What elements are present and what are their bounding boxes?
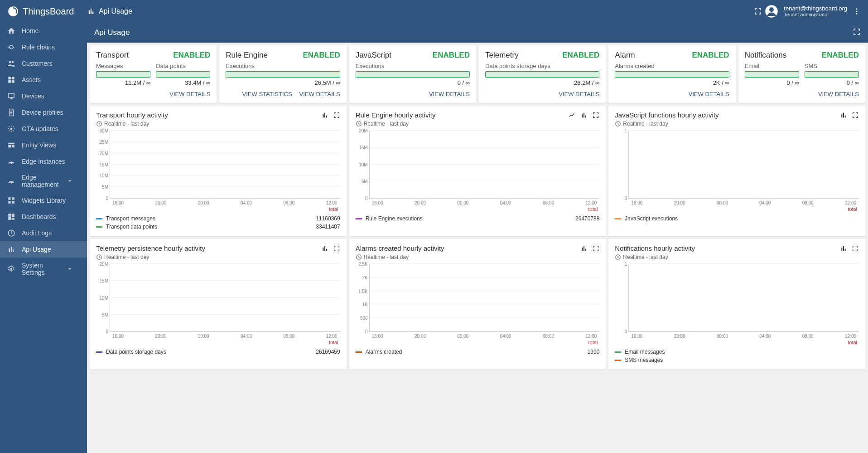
x-tick: 16:00 xyxy=(631,200,642,205)
fullscreen-icon[interactable] xyxy=(333,112,340,119)
chart-title: Telemetry persistence hourly activity xyxy=(96,244,321,252)
app-name: ThingsBoard xyxy=(23,6,74,17)
page-fullscreen-button[interactable] xyxy=(853,28,861,38)
legend-total: 1990 xyxy=(588,349,600,355)
svg-point-3 xyxy=(856,11,858,12)
total-label: total xyxy=(96,206,338,212)
view-details-link[interactable]: VIEW DETAILS xyxy=(299,91,340,97)
chart-subtitle[interactable]: Realtime - last day xyxy=(615,254,859,260)
sidebar-item-system-settings[interactable]: System Settings xyxy=(0,258,87,280)
view-details-link[interactable]: VIEW DETAILS xyxy=(169,91,210,97)
x-tick: 12:00 xyxy=(326,200,338,205)
bar-chart-icon[interactable] xyxy=(840,245,847,252)
metric-value: 11.2M / ∞ xyxy=(96,79,150,86)
metric: Data points storage days26.2M / ∞ xyxy=(485,63,599,86)
chart-card-5: Notifications hourly activityRealtime - … xyxy=(608,239,865,370)
edge-icon xyxy=(7,157,15,166)
total-label: total xyxy=(356,340,598,345)
view-details-link[interactable]: VIEW DETAILS xyxy=(818,91,859,97)
bar-chart-icon[interactable] xyxy=(580,245,588,252)
sidebar-item-widgets-library[interactable]: Widgets Library xyxy=(0,192,87,209)
metric: Email0 / ∞ xyxy=(745,63,799,86)
view-details-link[interactable]: VIEW DETAILS xyxy=(559,91,599,97)
views-icon xyxy=(7,141,15,149)
x-axis: 16:0020:0000:0004:0008:0012:00 xyxy=(369,334,600,339)
sidebar-item-device-profiles[interactable]: Device profiles xyxy=(0,104,87,121)
legend-item: Transport data points33411407 xyxy=(96,223,340,231)
chart-toolbar xyxy=(840,245,859,252)
view-details-link[interactable]: VIEW DETAILS xyxy=(689,91,729,97)
sidebar-item-ota-updates[interactable]: OTA updates xyxy=(0,121,87,137)
metric-value: 0 / ∞ xyxy=(805,79,859,86)
fullscreen-icon[interactable] xyxy=(592,245,599,252)
legend-item: Alarms created1990 xyxy=(356,348,600,356)
sidebar-item-devices[interactable]: Devices xyxy=(0,88,87,104)
more-vert-icon[interactable] xyxy=(853,7,861,15)
fullscreen-icon[interactable] xyxy=(592,112,599,119)
view-details-link[interactable]: VIEW DETAILS xyxy=(429,91,470,97)
sidebar-item-edge-instances[interactable]: Edge instances xyxy=(0,153,87,170)
sidebar-item-rule-chains[interactable]: Rule chains xyxy=(0,39,87,55)
usage-bar xyxy=(805,71,859,78)
metric-label: Alarms created xyxy=(615,63,729,69)
legend-swatch xyxy=(615,360,621,361)
bar-chart-icon[interactable] xyxy=(840,112,847,119)
status-badge: ENABLED xyxy=(173,51,210,60)
sidebar-item-audit-logs[interactable]: Audit Logs xyxy=(0,225,87,241)
fullscreen-button[interactable] xyxy=(751,5,765,18)
app-logo[interactable]: ThingsBoard xyxy=(7,5,87,17)
sidebar-item-edge-management[interactable]: Edge management xyxy=(0,170,87,192)
legend-item: Transport messages11160369 xyxy=(96,214,340,223)
chart-subtitle[interactable]: Realtime - last day xyxy=(615,121,859,127)
fullscreen-icon[interactable] xyxy=(852,245,859,252)
chart-subtitle[interactable]: Realtime - last day xyxy=(96,254,340,260)
usage-bar xyxy=(156,71,210,78)
sidebar-item-assets[interactable]: Assets xyxy=(0,72,87,88)
sidebar-item-label: Audit Logs xyxy=(22,229,52,237)
home-icon xyxy=(7,27,15,35)
bar-chart-icon[interactable] xyxy=(580,112,588,119)
bar-chart-icon[interactable] xyxy=(321,112,328,119)
view-statistics-link[interactable]: VIEW STATISTICS xyxy=(242,91,292,97)
legend-total: 11160369 xyxy=(316,215,340,222)
chart-subtitle[interactable]: Realtime - last day xyxy=(356,254,600,260)
x-tick: 04:00 xyxy=(500,334,511,339)
chart-subtitle[interactable]: Realtime - last day xyxy=(96,121,340,127)
x-tick: 08:00 xyxy=(802,200,814,205)
devices-icon xyxy=(7,92,15,100)
fullscreen-icon xyxy=(853,28,861,36)
fullscreen-icon[interactable] xyxy=(852,112,859,119)
legend-item: Rule Engine executions26470788 xyxy=(356,214,600,223)
svg-point-4 xyxy=(856,13,858,15)
sidebar: HomeRule chainsCustomersAssetsDevicesDev… xyxy=(0,23,87,453)
legend-label: Data points storage days xyxy=(106,349,166,355)
fullscreen-icon[interactable] xyxy=(333,245,340,252)
chart-title: Rule Engine hourly activity xyxy=(356,111,569,119)
sidebar-item-label: Widgets Library xyxy=(22,197,66,204)
sidebar-item-home[interactable]: Home xyxy=(0,23,87,39)
total-label: total xyxy=(96,340,338,345)
user-menu[interactable]: tenant@thingsboard.org Tenant administra… xyxy=(765,5,861,18)
chart-subtitle[interactable]: Realtime - last day xyxy=(356,121,600,127)
usage-bar xyxy=(745,71,799,78)
chart-card-3: Telemetry persistence hourly activityRea… xyxy=(90,239,347,370)
rule-icon xyxy=(7,43,15,51)
sidebar-item-customers[interactable]: Customers xyxy=(0,55,87,72)
x-tick: 20:00 xyxy=(674,334,685,339)
sidebar-item-dashboards[interactable]: Dashboards xyxy=(0,209,87,225)
line-chart-icon[interactable] xyxy=(569,112,576,119)
legend-total: 26470788 xyxy=(575,215,599,222)
x-tick: 08:00 xyxy=(543,334,554,339)
bar-chart-icon[interactable] xyxy=(321,245,328,252)
legend-item: SMS messages xyxy=(615,356,859,364)
status-badge: ENABLED xyxy=(692,51,729,60)
sidebar-item-api-usage[interactable]: Api Usage xyxy=(0,241,87,258)
metric: Messages11.2M / ∞ xyxy=(96,63,150,86)
status-name: Telemetry xyxy=(485,51,519,60)
x-tick: 04:00 xyxy=(241,200,252,205)
metric-value: 26.5M / ∞ xyxy=(226,79,340,86)
x-tick: 20:00 xyxy=(674,200,685,205)
clock-icon xyxy=(96,254,102,260)
x-tick: 04:00 xyxy=(759,200,771,205)
sidebar-item-entity-views[interactable]: Entity Views xyxy=(0,137,87,153)
